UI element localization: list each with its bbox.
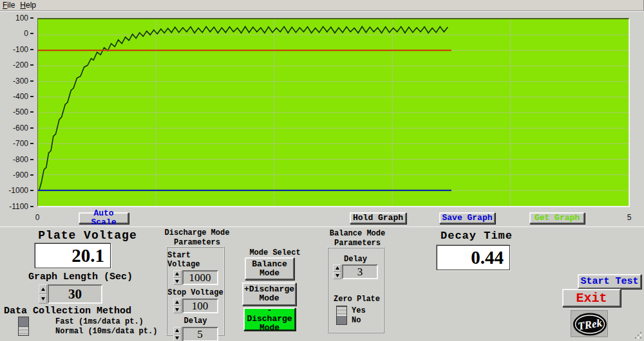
y-axis-tick-label: -900 (13, 170, 33, 180)
positive-discharge-mode-button[interactable]: +Discharge Mode (242, 282, 296, 306)
y-axis-tick-label: -700 (13, 139, 33, 148)
data-collection-method-label: Data Collection Method (1, 306, 134, 317)
zero-plate-label: Zero Plate (331, 295, 383, 304)
y-axis-tick-mark (30, 206, 33, 207)
negative-discharge-mode-button-active[interactable]: -Discharge Mode (243, 308, 296, 331)
trek-logo-image: TRek (571, 311, 609, 338)
chart-panel: 1000-100-200-300-400-500-600-700-800-900… (0, 11, 644, 226)
y-axis-tick-label: -100 (13, 45, 33, 54)
switch-track (337, 316, 346, 325)
start-voltage-increment-button[interactable] (173, 270, 182, 278)
graph-length-spinner: 30 (39, 284, 102, 304)
switch-handle (19, 326, 28, 336)
chart-canvas (38, 19, 629, 206)
balance-delay-decrement-button[interactable] (333, 272, 341, 280)
balance-title-line1: Balance Mode (330, 229, 385, 238)
y-axis-tick-mark (30, 49, 33, 50)
switch-handle (337, 306, 346, 316)
graph-length-increment-button[interactable] (39, 284, 47, 294)
trek-logo: TRek (571, 310, 608, 337)
plate-voltage-indicator: 20.1 (35, 243, 111, 268)
up-arrow-icon (175, 329, 179, 332)
y-axis-tick-label: 100 (15, 14, 33, 23)
y-axis-tick-mark (30, 190, 33, 191)
balance-delay-spinner: 3 (333, 264, 378, 279)
balance-mode-button[interactable]: Balance Mode (245, 257, 294, 280)
start-voltage-decrement-button[interactable] (173, 278, 182, 286)
balance-delay-field[interactable]: 3 (342, 264, 378, 279)
control-panel: Plate Voltage 20.1 Graph Length (Sec) 30… (0, 226, 644, 341)
y-axis-tick-mark (30, 33, 33, 34)
y-axis-tick-label: -600 (13, 124, 33, 133)
stop-voltage-field[interactable]: 100 (182, 299, 218, 313)
zero-plate-switch[interactable] (336, 306, 347, 325)
discharge-title-line1: Discharge Mode (165, 228, 230, 237)
up-arrow-icon (175, 300, 179, 304)
decay-time-indicator: 0.44 (437, 245, 510, 270)
graph-length-field[interactable]: 30 (48, 284, 102, 304)
stop-voltage-label: Stop Voltage (167, 288, 223, 297)
stop-voltage-increment-button[interactable] (173, 299, 182, 306)
up-arrow-icon (336, 266, 339, 270)
y-axis-tick-mark (30, 143, 33, 144)
y-axis-tick-mark (30, 127, 33, 129)
up-arrow-icon (175, 272, 179, 275)
hold-graph-button[interactable]: Hold Graph (350, 212, 406, 224)
discharge-delay-decrement-button[interactable] (173, 335, 182, 341)
stop-voltage-spinner: 100 (173, 299, 218, 313)
y-axis-tick-mark (30, 17, 33, 19)
zero-plate-option-yes[interactable]: Yes (352, 306, 377, 315)
discharge-mode-parameters-group: Start Voltage 1000 Stop Voltage 100 Dela… (166, 246, 225, 336)
down-arrow-icon (175, 336, 179, 340)
stop-voltage-decrement-button[interactable] (173, 306, 182, 314)
decay-time-label: Decay Time (439, 230, 515, 242)
start-voltage-field[interactable]: 1000 (182, 270, 218, 285)
menu-file[interactable]: File (1, 0, 19, 10)
start-test-button[interactable]: Start Test (578, 274, 641, 289)
up-arrow-icon (41, 288, 45, 291)
y-axis-tick-mark (30, 111, 33, 113)
negative-discharge-button-label: -Discharge Mode (245, 306, 294, 333)
get-graph-button[interactable]: Get Graph (529, 212, 585, 224)
app-window: File Help 1000-100-200-300-400-500-600-7… (0, 0, 644, 341)
y-axis-tick-label: -400 (13, 92, 33, 101)
y-axis-tick-label: 0 (24, 29, 33, 38)
discharge-title-line2: Parameters (174, 238, 220, 247)
y-axis-tick-mark (30, 159, 33, 160)
data-collection-option-fast[interactable]: Fast (1ms/data pt.) (55, 317, 184, 326)
discharge-delay-label: Delay (184, 317, 207, 326)
graph-length-label: Graph Length (Sec) (18, 272, 143, 282)
y-axis-tick-label: -500 (13, 107, 33, 116)
discharge-mode-parameters-title: Discharge Mode Parameters (161, 228, 233, 248)
down-arrow-icon (336, 274, 339, 277)
start-voltage-spinner: 1000 (173, 270, 218, 285)
balance-delay-label: Delay (336, 255, 375, 264)
y-axis-tick-label: -300 (13, 77, 33, 86)
data-collection-switch[interactable] (18, 317, 29, 336)
y-axis-tick-mark (30, 80, 33, 82)
zero-plate-option-no[interactable]: No (352, 316, 377, 325)
down-arrow-icon (175, 280, 179, 283)
positive-discharge-button-label: +Discharge Mode (244, 285, 294, 302)
strip-chart-plot (37, 18, 629, 207)
balance-mode-button-label: Balance Mode (252, 260, 287, 277)
mode-select-label: Mode Select (246, 248, 304, 257)
auto-scale-button[interactable]: Auto Scale (79, 212, 129, 224)
balance-delay-increment-button[interactable] (333, 264, 341, 272)
graph-length-decrement-button[interactable] (39, 294, 47, 304)
menu-bar: File Help (0, 0, 643, 11)
plate-voltage-label: Plate Voltage (24, 229, 151, 242)
y-axis-tick-mark (30, 96, 33, 97)
y-axis-tick-label: -800 (13, 155, 33, 164)
y-axis-tick-label: -1100 (9, 202, 33, 211)
x-axis-tick-label-max: 5 (627, 213, 632, 222)
exit-button[interactable]: Exit (562, 289, 621, 307)
y-axis-tick-mark (30, 64, 33, 66)
discharge-delay-increment-button[interactable] (173, 327, 182, 335)
save-graph-button[interactable]: Save Graph (439, 212, 495, 224)
start-voltage-label: Start Voltage (167, 251, 223, 269)
y-axis-tick-mark (30, 174, 33, 176)
menu-help[interactable]: Help (19, 0, 40, 10)
discharge-delay-field[interactable]: 5 (182, 327, 218, 341)
window-resize-grip[interactable] (634, 331, 642, 339)
